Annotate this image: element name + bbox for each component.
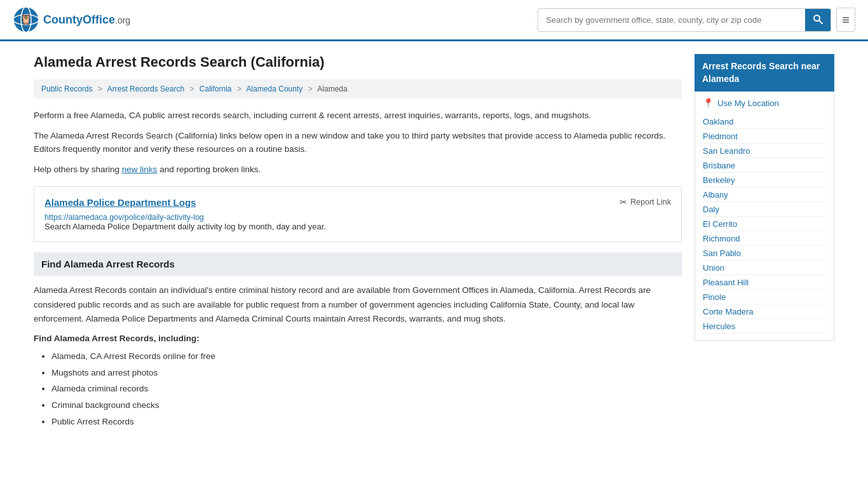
svg-text:🦉: 🦉 [20,13,32,25]
logo-area: 🦉 CountyOffice.org [13,6,130,33]
sidebar-city-berkeley: Berkeley [703,173,826,187]
sidebar-body: 📍 Use My Location Oakland Piedmont San L… [695,92,834,341]
sidebar-city-hercules: Hercules [703,319,826,334]
search-icon [813,14,823,24]
nearby-cities-list: Oakland Piedmont San Leandro Brisbane Be… [703,114,826,334]
list-item: Mugshots and arrest photos [51,365,682,381]
header-right: ≡ [538,8,855,32]
header: 🦉 CountyOffice.org ≡ [0,0,868,41]
find-section-header: Find Alameda Arrest Records [34,252,682,276]
sidebar-city-el-cerrito: El Cerrito [703,217,826,231]
list-item: Public Arrest Records [51,414,682,430]
use-my-location-label: Use My Location [717,98,779,108]
content-area: Alameda Arrest Records Search (Californi… [34,54,682,430]
new-links-link[interactable]: new links [122,165,158,174]
find-section-subheading: Find Alameda Arrest Records, including: [34,334,682,343]
find-section-body: Alameda Arrest Records contain an indivi… [34,283,682,326]
menu-button[interactable]: ≡ [836,8,855,32]
search-bar [538,8,831,32]
sidebar-city-richmond: Richmond [703,231,826,246]
sidebar-city-pinole: Pinole [703,290,826,304]
sidebar-city-brisbane: Brisbane [703,158,826,173]
main-container: Alameda Arrest Records Search (Californi… [21,41,847,442]
breadcrumb-alameda: Alameda [317,85,347,93]
sidebar-city-union: Union [703,261,826,275]
sidebar-header: Arrest Records Search near Alameda [695,54,834,92]
detail-description: The Alameda Arrest Records Search (Calif… [34,129,682,156]
link-card-title[interactable]: Alameda Police Department Logs [44,197,196,208]
list-item: Criminal background checks [51,397,682,414]
sidebar-city-piedmont: Piedmont [703,129,826,144]
logo-icon: 🦉 [13,6,39,33]
svg-line-6 [819,20,822,24]
link-card-url[interactable]: https://alamedaca.gov/police/daily-activ… [44,213,204,222]
report-link-button[interactable]: ✂ Report Link [620,197,671,207]
breadcrumb-sep-3: > [237,85,241,93]
breadcrumb-alameda-county[interactable]: Alameda County [247,85,303,93]
list-item: Alameda criminal records [51,381,682,397]
search-button[interactable] [805,9,831,31]
search-input[interactable] [538,10,805,30]
page-title: Alameda Arrest Records Search (Californi… [34,54,682,71]
breadcrumb-sep-2: > [189,85,194,93]
sharing-end: and reporting broken links. [159,165,261,174]
breadcrumb-public-records[interactable]: Public Records [41,85,93,93]
link-card-header: Alameda Police Department Logs ✂ Report … [44,197,671,208]
pin-icon: 📍 [703,98,714,108]
list-item: Alameda, CA Arrest Records online for fr… [51,348,682,365]
sharing-text: Help others by sharing new links and rep… [34,163,682,177]
use-my-location-button[interactable]: 📍 Use My Location [703,98,826,108]
scissors-icon: ✂ [620,197,627,207]
report-link-label: Report Link [630,198,671,207]
breadcrumb-arrest-records[interactable]: Arrest Records Search [107,85,184,93]
breadcrumb-sep-1: > [98,85,102,93]
sidebar-city-pleasant-hill: Pleasant Hill [703,275,826,290]
sidebar-city-daly: Daly [703,202,826,217]
breadcrumb-california[interactable]: California [200,85,232,93]
logo-text[interactable]: CountyOffice.org [43,13,130,27]
find-section-list: Alameda, CA Arrest Records online for fr… [34,348,682,430]
sidebar-city-albany: Albany [703,187,826,202]
breadcrumb: Public Records > Arrest Records Search >… [34,79,682,98]
sidebar-city-san-pablo: San Pablo [703,246,826,261]
sidebar-city-oakland: Oakland [703,114,826,129]
breadcrumb-sep-4: > [308,85,313,93]
sidebar-city-corte-madera: Corte Madera [703,304,826,319]
sidebar-city-san-leandro: San Leandro [703,144,826,158]
sidebar: Arrest Records Search near Alameda 📍 Use… [695,54,834,430]
intro-description: Perform a free Alameda, CA public arrest… [34,109,682,123]
link-card-description: Search Alameda Police Department daily a… [44,222,671,231]
link-card: Alameda Police Department Logs ✂ Report … [34,186,682,242]
